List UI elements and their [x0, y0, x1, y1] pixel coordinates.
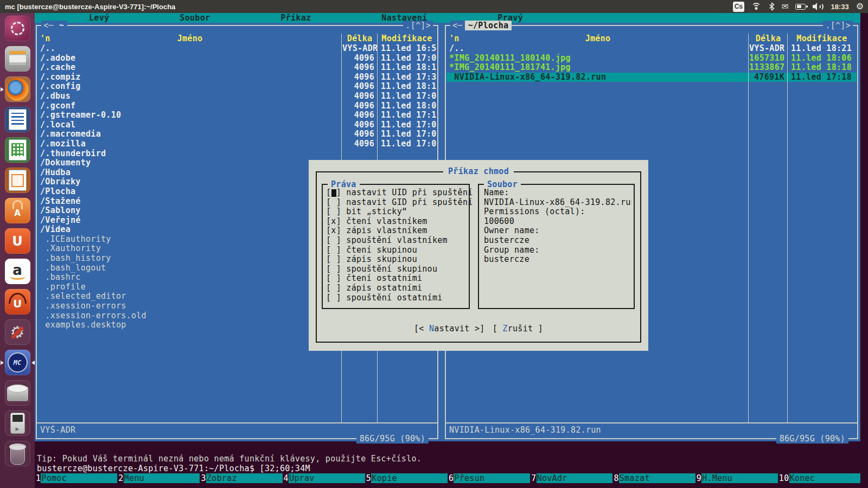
launcher-item-dash[interactable] — [5, 16, 30, 41]
panel-path-active[interactable]: ~/Plocha — [465, 21, 512, 30]
function-key[interactable]: 9H.Menu — [695, 473, 778, 483]
system-settings-icon: ⚙ — [5, 319, 30, 345]
panel-corner-controls[interactable]: .[^]> — [403, 21, 433, 30]
permission-checkbox[interactable]: [ ] zápis ostatními — [326, 284, 468, 293]
file-name: /Dokumenty — [37, 158, 342, 168]
header-mtime[interactable]: Modifikace — [377, 34, 437, 43]
function-key[interactable]: 7NovAdr — [530, 473, 612, 483]
checkbox-label: spouštění vlastníkem — [346, 236, 448, 246]
launcher-item-amazon[interactable]: a — [5, 259, 30, 284]
launcher-item-impress[interactable] — [5, 168, 30, 193]
function-key-label: Uprav — [289, 473, 365, 483]
permission-checkbox[interactable]: [ ] čtení ostatními — [326, 274, 468, 284]
trash-icon — [5, 441, 30, 466]
function-key[interactable]: 10Konec — [778, 473, 860, 483]
launcher-item-files[interactable] — [5, 46, 30, 72]
panel-path[interactable]: ~ — [56, 21, 67, 30]
file-size: 4096 — [342, 73, 377, 82]
volume-icon[interactable] — [813, 2, 824, 11]
function-key[interactable]: 2Menu — [117, 473, 200, 483]
function-key[interactable]: 5Kopie — [365, 473, 448, 483]
header-size[interactable]: Délka — [342, 34, 377, 43]
function-key-number: 2 — [117, 473, 123, 483]
function-key[interactable]: 1Pomoc — [35, 473, 117, 483]
permission-checkbox[interactable]: [ ] bit „sticky“ — [326, 207, 468, 217]
session-gear-icon[interactable]: ⚙ — [856, 2, 864, 11]
launcher-item-disks[interactable] — [5, 380, 30, 406]
function-key-label: Pomoc — [41, 473, 117, 483]
function-key[interactable]: 6Přesun — [448, 473, 530, 483]
permission-checkbox[interactable]: [x] čtení vlastníkem — [326, 217, 468, 227]
bluetooth-icon[interactable] — [769, 2, 775, 11]
file-name: .Xauthority — [37, 244, 342, 254]
table-row[interactable]: /.. VYŠ-ADR 11.led 18:21 — [446, 44, 857, 54]
table-row[interactable]: *IMG_20140111_180140.jpg 1657310 11.led … — [446, 54, 857, 63]
function-key[interactable]: 4Uprav — [283, 473, 365, 483]
permission-checkbox[interactable]: [ ] čtení skupinou — [326, 246, 468, 255]
function-key-bar: 1Pomoc 2Menu 3Zobraz 4Uprav 5Kopie 6Přes… — [35, 473, 860, 483]
dialog-button[interactable]: [ Zrušit ] — [493, 324, 543, 333]
function-key[interactable]: 8Smazat — [612, 473, 695, 483]
button-text: astavit >] — [434, 324, 484, 333]
chmod-dialog: Příkaz chmod Práva [ ] nastavit UID při … — [309, 160, 648, 351]
mail-icon[interactable]: ✉ — [782, 3, 789, 11]
permission-checkbox[interactable]: [ ] spouštění vlastníkem — [326, 236, 468, 246]
disk-usage: 86G/95G (90%) — [356, 434, 429, 444]
launcher-item-ubuntu-one[interactable]: U — [5, 228, 30, 254]
file-mtime: 11.led 18:18 — [787, 63, 857, 73]
battery-icon[interactable] — [795, 4, 806, 10]
function-key-number: 3 — [200, 473, 206, 483]
command-line[interactable]: bustercze@bustercze-Aspire-V3-771:~/Ploc… — [37, 464, 310, 473]
menu-item[interactable]: Příkaz — [280, 13, 311, 23]
launcher-item-software-center[interactable]: A — [5, 198, 30, 223]
permission-checkbox[interactable]: [x] zápis vlastníkem — [326, 226, 468, 236]
wifi-icon[interactable] — [751, 3, 762, 10]
permission-checkbox[interactable]: [ ] spouštění ostatními — [326, 293, 468, 303]
function-key[interactable]: 3Zobraz — [200, 473, 282, 483]
file-size: 1657310 — [749, 54, 787, 63]
firefox-icon — [5, 76, 30, 102]
history-back-control[interactable]: <─ — [450, 21, 465, 30]
desktop: mc [bustercze@bustercze-Aspire-V3-771]:~… — [0, 0, 868, 488]
launcher-item-ubuntu-one-music[interactable]: U — [5, 289, 30, 314]
permission-checkbox[interactable]: [ ] zápis skupinou — [326, 255, 468, 265]
checkbox-icon: [ ] — [326, 255, 346, 265]
menu-item[interactable]: Levý — [89, 13, 109, 23]
ubuntu-one-icon: U — [5, 228, 30, 254]
checkbox-label: bit „sticky“ — [346, 207, 407, 217]
file-size: 4096 — [342, 130, 377, 139]
panel-corner-controls[interactable]: .[^]> — [823, 21, 853, 30]
launcher-item-writer[interactable] — [5, 107, 30, 132]
launcher-item-firefox[interactable] — [5, 76, 30, 102]
files-icon — [5, 46, 30, 72]
table-row[interactable]: NVIDIA-Linux-x86_64-319.82.run 47691K 11… — [446, 73, 857, 82]
launcher-item-media-player[interactable]: ▶ — [5, 410, 30, 436]
music-letter: U — [5, 289, 30, 314]
permissions-frame: Práva [ ] nastavit UID při spuštění [ ] … — [322, 184, 470, 309]
header-size[interactable]: Délka — [749, 34, 787, 43]
header-mtime[interactable]: Modifikace — [787, 34, 857, 43]
file-name: /.cache — [37, 63, 342, 73]
keyboard-layout-indicator[interactable]: Cs — [733, 2, 744, 12]
launcher-item-settings[interactable]: ⚙ — [5, 319, 30, 345]
file-info-line: bustercze — [484, 255, 631, 265]
checkbox-icon: [ ] — [326, 293, 346, 303]
midnight-commander-icon: MC — [5, 350, 30, 375]
menu-item[interactable]: Soubor — [180, 13, 210, 23]
header-name[interactable]: Jméno — [446, 34, 749, 43]
launcher-item-midnight-commander[interactable]: MC — [5, 350, 30, 375]
table-row[interactable]: *IMG_20140111_181741.jpg 1133867 11.led … — [446, 63, 857, 73]
history-back-control[interactable]: <─ — [41, 21, 56, 30]
permission-checkbox[interactable]: [ ] spouštění skupinou — [326, 265, 468, 274]
amazon-icon: a — [5, 259, 30, 284]
launcher-item-trash[interactable] — [5, 441, 30, 466]
clock[interactable]: 18:33 — [831, 3, 848, 11]
permission-checkbox[interactable]: [ ] nastavit UID při spuštění — [326, 188, 468, 198]
file-name: /Obrázky — [37, 177, 342, 187]
permission-checkbox[interactable]: [ ] nastavit GID při spuštění — [326, 198, 468, 208]
header-name[interactable]: Jméno — [37, 34, 342, 43]
file-size: 4096 — [342, 101, 377, 111]
dialog-button[interactable]: [< Nastavit >] — [414, 324, 485, 333]
launcher-item-calc[interactable] — [5, 137, 30, 163]
window-title: mc [bustercze@bustercze-Aspire-V3-771]:~… — [0, 3, 175, 11]
